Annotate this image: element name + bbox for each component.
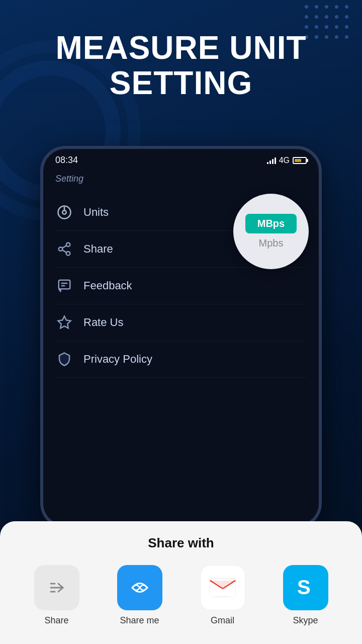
- svg-line-7: [62, 246, 67, 248]
- svg-rect-8: [59, 280, 70, 289]
- skype-label: Skype: [293, 615, 318, 626]
- feedback-icon: [55, 277, 73, 295]
- phone-content: Setting MBps Mpbs Units: [43, 169, 319, 383]
- time-display: 08:34: [55, 155, 78, 166]
- share-app-skype[interactable]: S Skype: [283, 565, 328, 626]
- speedometer-icon: [55, 203, 73, 221]
- menu-label-units: Units: [83, 206, 109, 219]
- menu-item-feedback[interactable]: Feedback: [55, 268, 307, 304]
- signal-icon: [267, 157, 276, 164]
- unit-mpbs-option[interactable]: Mpbs: [259, 237, 284, 249]
- star-icon: [55, 313, 73, 332]
- share-apps-list: Share Share me: [15, 565, 347, 626]
- gmail-icon: [200, 565, 245, 610]
- share-me-label: Share me: [120, 615, 159, 626]
- title-line-1: MEASURE UNIT: [55, 30, 306, 66]
- share-app-gmail[interactable]: Gmail: [200, 565, 245, 626]
- svg-text:S: S: [297, 576, 311, 598]
- svg-point-3: [66, 243, 70, 247]
- battery-icon: [293, 157, 307, 164]
- shield-icon: [55, 350, 73, 368]
- menu-label-feedback: Feedback: [83, 279, 132, 292]
- share-app-share-me[interactable]: Share me: [117, 565, 162, 626]
- svg-marker-11: [58, 316, 71, 329]
- skype-icon: S: [283, 565, 328, 610]
- status-icons: 4G: [267, 156, 307, 165]
- unit-mbps-option[interactable]: MBps: [245, 214, 297, 233]
- share-me-icon: [117, 565, 162, 610]
- share-sheet-title: Share with: [15, 535, 347, 551]
- svg-line-6: [62, 250, 67, 253]
- menu-item-privacy[interactable]: Privacy Policy: [55, 341, 307, 378]
- status-bar: 08:34 4G: [43, 149, 319, 169]
- setting-label: Setting: [55, 174, 307, 184]
- network-type: 4G: [279, 156, 290, 165]
- menu-label-rate-us: Rate Us: [83, 316, 123, 329]
- share-default-label: Share: [44, 615, 68, 626]
- menu-label-privacy: Privacy Policy: [83, 353, 152, 366]
- svg-point-5: [66, 252, 70, 256]
- menu-label-share: Share: [83, 243, 113, 256]
- share-app-default[interactable]: Share: [34, 565, 79, 626]
- svg-point-4: [59, 247, 63, 251]
- gmail-label: Gmail: [211, 615, 234, 626]
- share-default-icon: [34, 565, 79, 610]
- menu-item-rate-us[interactable]: Rate Us: [55, 304, 307, 341]
- share-icon: [55, 240, 73, 258]
- page-title: MEASURE UNIT SETTING: [0, 30, 362, 101]
- phone-mockup: 08:34 4G Setting MBps Mpbs: [40, 146, 322, 528]
- title-line-2: SETTING: [110, 65, 252, 101]
- share-sheet: Share with Share: [0, 521, 362, 644]
- units-picker[interactable]: MBps Mpbs: [233, 194, 309, 269]
